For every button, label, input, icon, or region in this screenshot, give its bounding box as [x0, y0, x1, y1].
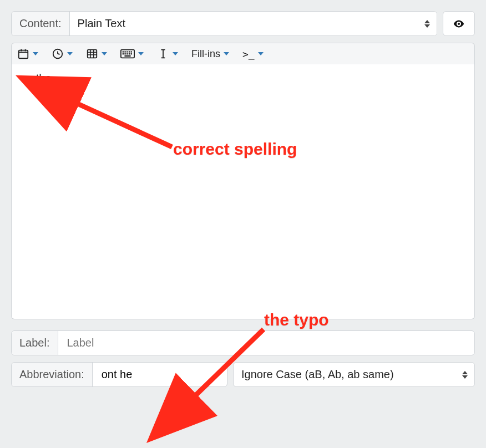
svg-rect-15: [124, 51, 125, 52]
abbreviation-group: Abbreviation:: [11, 362, 227, 387]
terminal-label: >_: [242, 48, 255, 60]
svg-line-7: [58, 54, 60, 54]
chevron-down-icon: [138, 52, 144, 55]
key-menu[interactable]: [120, 48, 144, 60]
svg-rect-8: [88, 50, 97, 58]
svg-rect-14: [123, 51, 124, 52]
abbreviation-input[interactable]: [100, 368, 219, 381]
cursor-menu[interactable]: [157, 48, 178, 60]
content-type-value: Plain Text: [70, 12, 422, 35]
content-label: Content:: [12, 12, 70, 35]
chevron-down-icon: [173, 52, 178, 55]
label-group: Label:: [11, 330, 475, 355]
case-select-value: Ignore Case (aB, Ab, ab same): [234, 363, 460, 386]
editor-toolbar: Fill-ins >_: [11, 43, 475, 64]
chevron-down-icon: [102, 52, 107, 55]
svg-rect-23: [131, 53, 132, 54]
content-editor[interactable]: on the: [11, 64, 475, 319]
svg-rect-22: [129, 53, 130, 54]
svg-rect-24: [124, 55, 130, 57]
svg-rect-20: [124, 53, 125, 54]
svg-rect-19: [123, 53, 124, 54]
chevron-down-icon: [67, 52, 73, 55]
fillins-menu[interactable]: Fill-ins: [191, 48, 229, 60]
editor-text: on the: [21, 72, 52, 84]
cursor-icon: [157, 48, 169, 60]
stepper-icon: [460, 371, 474, 379]
svg-rect-21: [126, 53, 128, 54]
clock-icon: [52, 48, 64, 60]
stepper-icon: [422, 20, 437, 28]
content-type-select[interactable]: Plain Text: [70, 12, 437, 35]
content-type-group: Content: Plain Text: [11, 11, 437, 36]
preview-button[interactable]: [443, 11, 475, 36]
datemath-menu[interactable]: [86, 48, 107, 60]
chevron-down-icon: [258, 52, 264, 55]
grid-icon: [86, 48, 98, 60]
svg-rect-18: [131, 51, 132, 52]
case-select[interactable]: Ignore Case (aB, Ab, ab same): [233, 362, 475, 387]
svg-rect-17: [129, 51, 130, 52]
svg-rect-16: [126, 51, 128, 52]
calendar-icon: [17, 48, 29, 60]
time-menu[interactable]: [52, 48, 73, 60]
fillins-label: Fill-ins: [191, 48, 220, 60]
eye-icon: [453, 18, 465, 30]
label-input[interactable]: [66, 336, 467, 350]
chevron-down-icon: [224, 52, 229, 55]
date-menu[interactable]: [17, 48, 38, 60]
abbreviation-caption: Abbreviation:: [12, 363, 93, 386]
script-menu[interactable]: >_: [242, 48, 264, 60]
keyboard-icon: [120, 48, 135, 60]
label-caption: Label:: [12, 331, 58, 355]
chevron-down-icon: [33, 52, 38, 55]
svg-rect-1: [19, 50, 28, 59]
svg-point-0: [458, 22, 460, 24]
